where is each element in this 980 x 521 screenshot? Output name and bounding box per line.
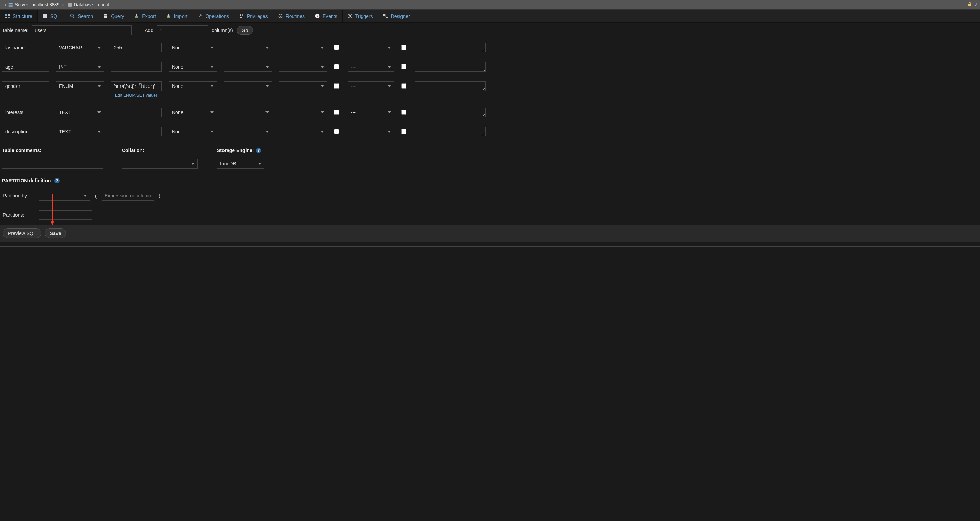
field-comment-input[interactable] — [415, 43, 485, 53]
field-comment-input[interactable] — [415, 81, 485, 91]
field-null-checkbox[interactable] — [334, 45, 339, 50]
tab-export[interactable]: Export — [129, 10, 161, 22]
field-index-select[interactable]: --- — [348, 43, 394, 53]
field-collation-select[interactable] — [224, 81, 272, 91]
field-null-checkbox[interactable] — [334, 129, 339, 134]
partitions-input[interactable] — [38, 210, 92, 220]
tab-privileges[interactable]: Privileges — [234, 10, 273, 22]
add-columns-input[interactable] — [157, 25, 208, 35]
field-index-select[interactable]: --- — [348, 127, 394, 137]
field-ai-checkbox[interactable] — [401, 64, 406, 69]
field-default-select[interactable]: None — [169, 107, 217, 117]
field-default-select[interactable]: None — [169, 127, 217, 137]
table-comments-input[interactable] — [2, 158, 103, 169]
partitions-row: Partitions: — [0, 206, 980, 225]
partitions-label: Partitions: — [3, 212, 34, 218]
lock-icon[interactable] — [967, 2, 972, 8]
expand-icon[interactable]: ⤢ — [974, 2, 978, 7]
tab-designer[interactable]: Designer — [378, 10, 415, 22]
wrench-icon — [197, 13, 202, 19]
tab-import[interactable]: Import — [161, 10, 193, 22]
field-comment-input[interactable] — [415, 107, 485, 117]
field-name-input[interactable] — [2, 43, 49, 53]
field-null-checkbox[interactable] — [334, 64, 339, 69]
tab-structure[interactable]: Structure — [0, 10, 38, 22]
field-length-input[interactable] — [111, 81, 162, 91]
tab-events[interactable]: Events — [310, 10, 343, 22]
field-name-input[interactable] — [2, 62, 49, 72]
breadcrumb-server[interactable]: Server: localhost:8889 — [8, 2, 59, 7]
field-ai-checkbox[interactable] — [401, 45, 406, 50]
field-length-input[interactable] — [111, 107, 162, 117]
field-type-select[interactable]: TEXT — [56, 107, 104, 117]
field-type-select[interactable]: VARCHAR — [56, 43, 104, 53]
field-row: ENUM Edit ENUM/SET values None --- — [2, 76, 978, 103]
tab-label: Operations — [205, 13, 229, 19]
field-ai-checkbox[interactable] — [401, 110, 406, 115]
field-collation-select[interactable] — [224, 107, 272, 117]
field-name-input[interactable] — [2, 127, 49, 137]
field-attributes-select[interactable] — [279, 107, 327, 117]
tab-operations[interactable]: Operations — [192, 10, 234, 22]
field-ai-checkbox[interactable] — [401, 129, 406, 134]
field-length-input[interactable] — [111, 43, 162, 53]
tab-label: Privileges — [247, 13, 268, 19]
svg-rect-6 — [5, 16, 7, 18]
help-icon[interactable]: ? — [54, 178, 60, 183]
field-attributes-select[interactable] — [279, 81, 327, 91]
collation-select[interactable] — [122, 158, 198, 169]
field-null-checkbox[interactable] — [334, 110, 339, 115]
breadcrumb-database[interactable]: Database: tutorial — [67, 2, 109, 7]
field-default-select[interactable]: None — [169, 62, 217, 72]
field-index-select[interactable]: --- — [348, 81, 394, 91]
field-index-select[interactable]: --- — [348, 107, 394, 117]
field-name-input[interactable] — [2, 81, 49, 91]
field-length-input[interactable] — [111, 62, 162, 72]
field-attributes-select[interactable] — [279, 127, 327, 137]
open-paren: ( — [95, 193, 97, 199]
field-collation-select[interactable] — [224, 127, 272, 137]
tab-query[interactable]: Query — [98, 10, 129, 22]
field-attributes-select[interactable] — [279, 43, 327, 53]
partition-by-select[interactable] — [38, 191, 90, 201]
field-type-select[interactable]: INT — [56, 62, 104, 72]
tab-routines[interactable]: Routines — [273, 10, 310, 22]
partition-expression-input[interactable] — [102, 191, 154, 201]
field-index-select[interactable]: --- — [348, 62, 394, 72]
breadcrumb: → Server: localhost:8889 » Database: tut… — [0, 0, 980, 10]
field-length-input[interactable] — [111, 127, 162, 137]
clock-icon — [315, 13, 320, 19]
svg-rect-5 — [8, 14, 10, 16]
field-default-select[interactable]: None — [169, 81, 217, 91]
tab-sql[interactable]: SQL — [38, 10, 65, 22]
tab-label: Search — [78, 13, 93, 19]
table-options-inputs: InnoDB — [0, 155, 980, 175]
svg-rect-0 — [9, 3, 13, 5]
tab-search[interactable]: Search — [65, 10, 98, 22]
preview-sql-button[interactable]: Preview SQL — [3, 228, 41, 238]
field-row: TEXT None --- — [2, 103, 978, 122]
table-name-input[interactable] — [32, 25, 132, 35]
field-comment-input[interactable] — [415, 127, 485, 137]
field-attributes-select[interactable] — [279, 62, 327, 72]
tab-label: Query — [111, 13, 124, 19]
field-default-select[interactable]: None — [169, 43, 217, 53]
tab-triggers[interactable]: Triggers — [343, 10, 378, 22]
field-type-select[interactable]: TEXT — [56, 127, 104, 137]
save-button[interactable]: Save — [45, 228, 67, 238]
field-null-checkbox[interactable] — [334, 83, 339, 89]
field-comment-input[interactable] — [415, 62, 485, 72]
collapse-arrow-icon[interactable]: → — [2, 2, 7, 8]
tab-label: Export — [142, 13, 156, 19]
go-button[interactable]: Go — [237, 26, 253, 35]
field-collation-select[interactable] — [224, 43, 272, 53]
storage-engine-select[interactable]: InnoDB — [217, 158, 264, 169]
field-type-select[interactable]: ENUM — [56, 81, 104, 91]
field-collation-select[interactable] — [224, 62, 272, 72]
field-name-input[interactable] — [2, 107, 49, 117]
partition-by-label: Partition by: — [3, 193, 34, 199]
help-icon[interactable]: ? — [256, 148, 261, 153]
field-ai-checkbox[interactable] — [401, 83, 406, 89]
designer-icon — [383, 13, 388, 19]
edit-enum-link[interactable]: Edit ENUM/SET values — [111, 93, 162, 98]
